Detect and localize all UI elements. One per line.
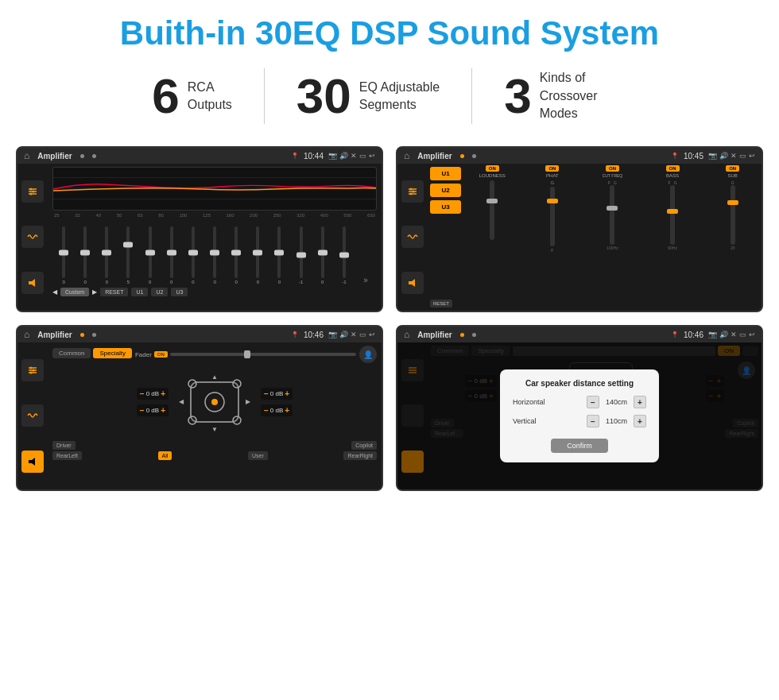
spk-rearleft-btn[interactable]: RearLeft <box>52 451 82 460</box>
db-plus-fr[interactable]: + <box>285 389 289 398</box>
eq-slider-9[interactable]: 0 <box>248 226 267 284</box>
spk-all-btn[interactable]: All <box>158 451 172 460</box>
spk-copilot-btn[interactable]: Copilot <box>351 441 377 450</box>
eq-slider-3[interactable]: 5 <box>118 226 138 284</box>
eq-slider-10[interactable]: 0 <box>269 226 289 284</box>
close-icon-4[interactable]: ✕ <box>731 331 737 338</box>
preset-u1-btn[interactable]: U1 <box>430 167 461 180</box>
eq-slider-8[interactable]: 0 <box>227 226 246 284</box>
spk-driver-btn[interactable]: Driver <box>52 441 76 450</box>
spk-user-btn[interactable]: User <box>248 451 268 460</box>
amp-side-panel <box>397 164 428 311</box>
eq-slider-11[interactable]: -1 <box>292 226 311 284</box>
back-icon-3[interactable]: ↩ <box>369 331 375 338</box>
svg-point-23 <box>33 369 35 371</box>
eq-prev-btn[interactable]: ◀ <box>52 288 57 296</box>
db-minus-fl[interactable]: − <box>140 389 145 398</box>
ch-loudness-on[interactable]: ON <box>486 165 499 172</box>
eq-tune-btn[interactable] <box>21 180 44 203</box>
preset-u2-btn[interactable]: U2 <box>430 184 461 197</box>
fader-label: Fader <box>135 351 152 358</box>
avatar-btn-3[interactable]: 👤 <box>359 346 377 363</box>
close-icon-1[interactable]: ✕ <box>351 152 357 160</box>
db-minus-rr[interactable]: − <box>264 406 269 415</box>
svg-text:◀: ◀ <box>179 398 184 405</box>
ch-loudness-slider[interactable] <box>490 180 494 240</box>
eq-expand-btn[interactable]: » <box>356 260 375 284</box>
minimize-icon-2[interactable]: ▭ <box>739 152 746 160</box>
close-icon-2[interactable]: ✕ <box>731 152 737 160</box>
spk-tune-btn[interactable] <box>21 359 44 381</box>
home-icon-2[interactable]: ⌂ <box>404 150 409 161</box>
horizontal-plus-btn[interactable]: + <box>634 396 646 408</box>
screen1-time: 10:44 <box>304 152 324 160</box>
screen4-status-icons: 📷 🔊 ✕ ▭ ↩ <box>708 331 755 338</box>
vertical-plus-btn[interactable]: + <box>634 415 646 427</box>
eq-slider-12[interactable]: 0 <box>313 226 332 284</box>
vertical-minus-btn[interactable]: − <box>587 415 599 427</box>
ch-phat-slider[interactable] <box>550 187 555 246</box>
svg-point-4 <box>33 190 35 192</box>
eq-slider-1[interactable]: 0 <box>76 226 95 284</box>
confirm-button[interactable]: Confirm <box>551 439 608 453</box>
car-diagram-svg: ▲ ▼ ◀ ▶ <box>175 366 254 438</box>
close-icon-3[interactable]: ✕ <box>351 331 357 338</box>
db-plus-rr[interactable]: + <box>285 406 289 415</box>
spk-speaker-btn[interactable] <box>21 451 44 473</box>
eq-slider-13[interactable]: -1 <box>335 226 354 284</box>
minimize-icon[interactable]: ▭ <box>359 152 366 160</box>
ch-cutfreq-slider[interactable] <box>610 185 614 245</box>
horizontal-minus-btn[interactable]: − <box>587 396 599 408</box>
eq-u2-btn[interactable]: U2 <box>151 288 168 296</box>
db-minus-rl[interactable]: − <box>140 406 145 415</box>
eq-speaker-btn[interactable] <box>21 272 44 294</box>
ch-bass-slider[interactable] <box>670 185 675 245</box>
eq-freq-labels: 25 32 40 50 63 80 100 125 160 200 250 32… <box>52 213 377 218</box>
eq-u1-btn[interactable]: U1 <box>131 288 148 296</box>
eq-slider-5[interactable]: 0 <box>162 226 181 284</box>
home-icon[interactable]: ⌂ <box>24 150 29 161</box>
fader-track[interactable] <box>170 353 356 356</box>
spk-rearright-btn[interactable]: RearRight <box>343 451 377 460</box>
amp-content: U1 U2 U3 RESET ON LOUDNESS ON PHAT G F <box>397 164 762 311</box>
amp-tune-btn[interactable] <box>401 180 424 203</box>
minimize-icon-4[interactable]: ▭ <box>739 331 746 338</box>
back-icon[interactable]: ↩ <box>369 152 375 160</box>
preset-u3-btn[interactable]: U3 <box>430 200 461 214</box>
screen3-status-icons: 📷 🔊 ✕ ▭ ↩ <box>328 331 375 338</box>
tab-specialty-3[interactable]: Specialty <box>93 348 131 358</box>
minimize-icon-3[interactable]: ▭ <box>359 331 366 338</box>
amp-reset-btn[interactable]: RESET <box>430 300 452 307</box>
eq-reset-btn[interactable]: RESET <box>100 288 128 296</box>
back-icon-4[interactable]: ↩ <box>749 331 755 338</box>
spk-wave-btn[interactable] <box>21 404 44 427</box>
eq-next-btn[interactable]: ▶ <box>92 288 97 296</box>
back-icon-2[interactable]: ↩ <box>749 152 755 160</box>
ch-cutfreq-on[interactable]: ON <box>606 165 619 172</box>
eq-custom-btn[interactable]: Custom <box>60 288 89 296</box>
home-icon-3[interactable]: ⌂ <box>24 329 29 340</box>
db-minus-fr[interactable]: − <box>264 389 269 398</box>
fader-on-btn[interactable]: ON <box>154 351 168 358</box>
amp-speaker-btn[interactable] <box>401 272 424 294</box>
eq-slider-4[interactable]: 0 <box>141 226 160 284</box>
eq-slider-2[interactable]: 0 <box>97 226 116 284</box>
eq-slider-6[interactable]: 0 <box>184 226 203 284</box>
tab-common-3[interactable]: Common <box>52 348 91 358</box>
eq-wave-btn[interactable] <box>21 226 44 248</box>
db-plus-fl[interactable]: + <box>161 389 165 398</box>
eq-u3-btn[interactable]: U3 <box>171 288 188 296</box>
ch-bass-on[interactable]: ON <box>666 165 680 172</box>
ch-phat-on[interactable]: ON <box>545 165 559 172</box>
db-plus-rl[interactable]: + <box>161 406 165 415</box>
eq-slider-0[interactable]: 0 <box>54 226 73 284</box>
home-icon-4[interactable]: ⌂ <box>404 329 409 340</box>
ch-sub-on[interactable]: ON <box>726 165 739 172</box>
eq-content: 25 32 40 50 63 80 100 125 160 200 250 32… <box>17 164 382 311</box>
ch-sub-slider[interactable] <box>731 185 735 245</box>
ch-bass-name: BASS <box>666 173 679 178</box>
db-control-rr: − 0 dB + <box>261 404 293 416</box>
eq-slider-7[interactable]: 0 <box>205 226 224 284</box>
fader-thumb[interactable] <box>244 350 250 358</box>
amp-wave-btn[interactable] <box>401 226 424 248</box>
